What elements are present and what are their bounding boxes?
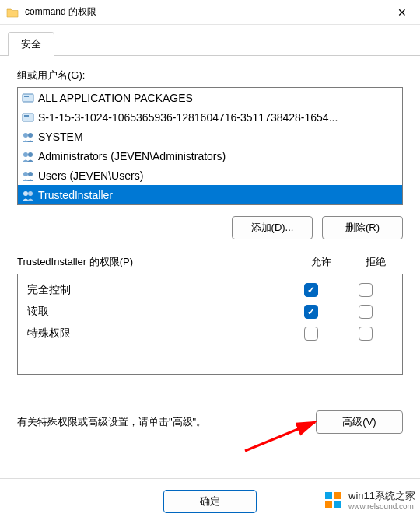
permission-row: 读取 — [21, 301, 399, 323]
svg-rect-2 — [23, 114, 33, 121]
watermark-line2: www.relsound.com — [348, 502, 415, 512]
svg-point-7 — [28, 152, 33, 157]
list-item[interactable]: Users (JEVEN\Users) — [18, 166, 402, 185]
watermark-line1: win11系统之家 — [348, 490, 415, 502]
svg-point-6 — [23, 152, 28, 157]
deny-checkbox[interactable] — [359, 305, 373, 319]
remove-button[interactable]: 删除(R) — [322, 216, 403, 239]
list-item-label: Administrators (JEVEN\Administrators) — [38, 150, 226, 162]
allow-checkbox[interactable] — [304, 305, 318, 319]
tab-content: 组或用户名(G): ALL APPLICATION PACKAGES S-1-1… — [0, 56, 420, 442]
group-icon — [21, 189, 35, 201]
titlebar: command 的权限 ✕ — [0, 0, 420, 25]
svg-point-4 — [23, 133, 28, 138]
list-item-label: Users (JEVEN\Users) — [38, 169, 143, 182]
svg-rect-1 — [24, 96, 29, 97]
deny-checkbox[interactable] — [359, 283, 373, 297]
package-icon — [21, 92, 35, 104]
folder-icon — [6, 7, 19, 18]
close-button[interactable]: ✕ — [390, 6, 414, 19]
permission-name: 读取 — [27, 305, 284, 319]
ok-button[interactable]: 确定 — [163, 490, 257, 513]
tab-bar: 安全 — [0, 25, 420, 56]
user-buttons: 添加(D)... 删除(R) — [17, 216, 403, 239]
allow-header: 允许 — [294, 255, 348, 269]
window-title: command 的权限 — [25, 5, 390, 19]
permissions-header: TrustedInstaller 的权限(P) 允许 拒绝 — [17, 255, 403, 269]
svg-rect-0 — [23, 94, 33, 102]
list-item-label: S-1-15-3-1024-1065365936-1281604716-3511… — [38, 111, 338, 124]
svg-rect-14 — [334, 492, 341, 499]
svg-rect-13 — [325, 492, 332, 499]
group-icon — [21, 150, 35, 162]
list-item[interactable]: SYSTEM — [18, 127, 402, 146]
list-item[interactable]: ALL APPLICATION PACKAGES — [18, 88, 402, 107]
group-icon — [21, 169, 35, 182]
advanced-row: 有关特殊权限或高级设置，请单击"高级"。 高级(V) — [17, 410, 403, 434]
svg-point-9 — [28, 172, 33, 176]
list-item[interactable]: TrustedInstaller — [18, 185, 402, 204]
svg-rect-15 — [325, 501, 332, 508]
list-item[interactable]: Administrators (JEVEN\Administrators) — [18, 146, 402, 166]
svg-rect-16 — [334, 501, 341, 508]
users-listbox[interactable]: ALL APPLICATION PACKAGES S-1-15-3-1024-1… — [17, 87, 403, 205]
svg-point-5 — [28, 133, 33, 138]
permission-name: 完全控制 — [27, 283, 284, 297]
tab-security[interactable]: 安全 — [8, 32, 54, 56]
list-item-label: ALL APPLICATION PACKAGES — [38, 92, 193, 104]
watermark-text: win11系统之家 www.relsound.com — [348, 490, 415, 512]
group-users-label: 组或用户名(G): — [17, 68, 403, 82]
deny-checkbox[interactable] — [359, 327, 373, 341]
svg-point-10 — [23, 191, 28, 196]
package-icon — [21, 111, 35, 124]
permissions-for-label: TrustedInstaller 的权限(P) — [17, 255, 133, 269]
watermark: win11系统之家 www.relsound.com — [324, 490, 415, 512]
svg-point-11 — [28, 191, 33, 196]
list-item-label: TrustedInstaller — [38, 189, 113, 201]
permission-row: 完全控制 — [21, 279, 399, 301]
allow-checkbox[interactable] — [304, 327, 318, 341]
allow-checkbox[interactable] — [304, 283, 318, 297]
svg-point-8 — [23, 172, 28, 176]
advanced-button[interactable]: 高级(V) — [316, 410, 403, 434]
list-item[interactable]: S-1-15-3-1024-1065365936-1281604716-3511… — [18, 107, 402, 127]
watermark-logo-icon — [324, 491, 344, 511]
deny-header: 拒绝 — [348, 255, 403, 269]
group-icon — [21, 131, 35, 143]
svg-rect-3 — [24, 115, 29, 117]
permissions-table: 完全控制 读取 特殊权限 — [17, 274, 403, 375]
advanced-hint: 有关特殊权限或高级设置，请单击"高级"。 — [17, 415, 316, 429]
permission-name: 特殊权限 — [27, 327, 284, 341]
permission-row: 特殊权限 — [21, 323, 399, 344]
add-button[interactable]: 添加(D)... — [232, 216, 313, 239]
list-item-label: SYSTEM — [38, 131, 83, 143]
